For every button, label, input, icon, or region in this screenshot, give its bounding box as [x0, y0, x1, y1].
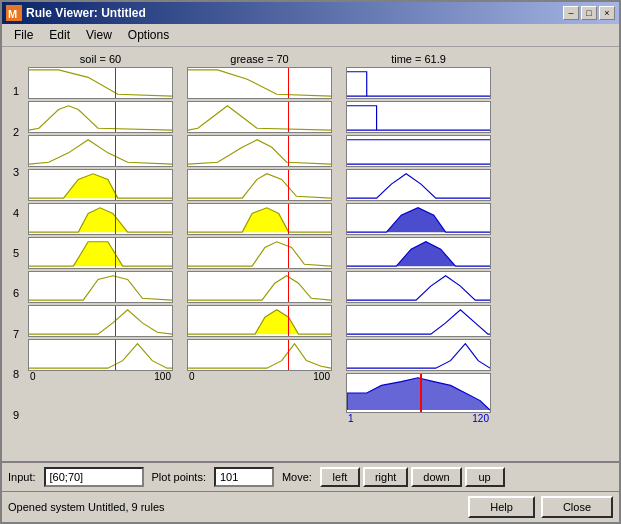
move-buttons: left right down up [320, 467, 505, 487]
soil-plot-5 [28, 203, 173, 235]
input-row: Input: Plot points: Move: left right dow… [2, 461, 619, 491]
time-plots [346, 67, 491, 371]
menu-edit[interactable]: Edit [41, 26, 78, 44]
menu-view[interactable]: View [78, 26, 120, 44]
grease-plot-2 [187, 101, 332, 133]
svg-marker-8 [396, 242, 455, 266]
row-1: 1 [13, 75, 19, 107]
grease-column: grease = 70 [187, 53, 332, 455]
time-column: time = 61.9 [346, 53, 491, 455]
plots-area: 1 2 3 4 5 6 7 8 9 soil = 60 [8, 53, 613, 455]
grease-plot-7 [187, 271, 332, 303]
svg-text:M: M [8, 8, 17, 20]
menu-file[interactable]: File [6, 26, 41, 44]
soil-plot-4 [28, 169, 173, 201]
move-right-button[interactable]: right [363, 467, 408, 487]
time-plot-6 [346, 237, 491, 269]
help-button[interactable]: Help [468, 496, 535, 518]
soil-axis: 0 100 [28, 371, 173, 382]
row-6: 6 [13, 277, 19, 309]
svg-marker-2 [64, 174, 118, 198]
row-9: 9 [13, 399, 19, 431]
soil-axis-max: 100 [154, 371, 171, 382]
soil-header: soil = 60 [80, 53, 121, 65]
soil-plot-7 [28, 271, 173, 303]
menu-bar: File Edit View Options [2, 24, 619, 47]
grease-plot-4 [187, 169, 332, 201]
time-axis-min: 1 [348, 413, 354, 424]
soil-axis-min: 0 [30, 371, 36, 382]
soil-plot-6 [28, 237, 173, 269]
bottom-section: Input: Plot points: Move: left right dow… [2, 461, 619, 522]
close-button-bottom[interactable]: Close [541, 496, 613, 518]
time-axis: 1 120 [346, 413, 491, 424]
move-down-button[interactable]: down [411, 467, 461, 487]
row-4: 4 [13, 197, 19, 229]
move-left-button[interactable]: left [320, 467, 360, 487]
time-axis-max: 120 [472, 413, 489, 424]
soil-plot-2 [28, 101, 173, 133]
grease-axis: 0 100 [187, 371, 332, 382]
row-8: 8 [13, 358, 19, 390]
row-2: 2 [13, 116, 19, 148]
soil-plots [28, 67, 173, 371]
grease-axis-max: 100 [313, 371, 330, 382]
main-window: M Rule Viewer: Untitled – □ × File Edit … [0, 0, 621, 524]
soil-plot-1 [28, 67, 173, 99]
time-plot-3 [346, 135, 491, 167]
row-numbers: 1 2 3 4 5 6 7 8 9 [8, 53, 24, 455]
row-3: 3 [13, 156, 19, 188]
soil-plot-8 [28, 305, 173, 337]
title-bar: M Rule Viewer: Untitled – □ × [2, 2, 619, 24]
grease-plot-8 [187, 305, 332, 337]
minimize-button[interactable]: – [563, 6, 579, 20]
row-5: 5 [13, 237, 19, 269]
maximize-button[interactable]: □ [581, 6, 597, 20]
grease-header: grease = 70 [230, 53, 288, 65]
time-plot-5 [346, 203, 491, 235]
status-text: Opened system Untitled, 9 rules [8, 501, 460, 513]
svg-marker-3 [78, 208, 127, 232]
soil-plot-9 [28, 339, 173, 371]
plot-points-field[interactable] [214, 467, 274, 487]
time-plot-2 [346, 101, 491, 133]
time-plot-8 [346, 305, 491, 337]
move-up-button[interactable]: up [465, 467, 505, 487]
time-aggregate [346, 373, 491, 413]
grease-plot-1 [187, 67, 332, 99]
svg-marker-9 [347, 378, 490, 410]
window-title: Rule Viewer: Untitled [26, 6, 146, 20]
row-7: 7 [13, 318, 19, 350]
time-header: time = 61.9 [391, 53, 446, 65]
plot-points-label: Plot points: [152, 471, 206, 483]
soil-plot-3 [28, 135, 173, 167]
soil-column: soil = 60 [28, 53, 173, 455]
input-field[interactable] [44, 467, 144, 487]
time-plot-7 [346, 271, 491, 303]
menu-options[interactable]: Options [120, 26, 177, 44]
main-content: 1 2 3 4 5 6 7 8 9 soil = 60 [2, 47, 619, 461]
status-row: Opened system Untitled, 9 rules Help Clo… [2, 491, 619, 522]
grease-plot-9 [187, 339, 332, 371]
grease-axis-min: 0 [189, 371, 195, 382]
grease-plot-3 [187, 135, 332, 167]
grease-plot-5 [187, 203, 332, 235]
time-plot-4 [346, 169, 491, 201]
close-button[interactable]: × [599, 6, 615, 20]
grease-plots [187, 67, 332, 371]
time-plot-1 [346, 67, 491, 99]
move-label: Move: [282, 471, 312, 483]
grease-plot-6 [187, 237, 332, 269]
matlab-icon: M [6, 5, 22, 21]
input-label: Input: [8, 471, 36, 483]
time-plot-9 [346, 339, 491, 371]
action-buttons: Help Close [468, 496, 613, 518]
